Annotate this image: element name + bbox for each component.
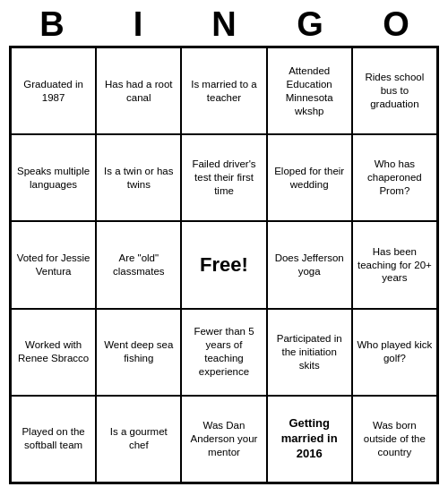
bingo-cell-8: Eloped for their wedding: [267, 134, 352, 221]
bingo-cell-12: Free!: [181, 221, 266, 308]
bingo-cell-22: Was Dan Anderson your mentor: [181, 396, 266, 483]
bingo-cell-19: Who played kick golf?: [352, 309, 437, 396]
bingo-cell-23: Getting married in 2016: [267, 396, 352, 483]
bingo-cell-10: Voted for Jessie Ventura: [11, 221, 96, 308]
bingo-cell-13: Does Jefferson yoga: [267, 221, 352, 308]
letter-i: I: [116, 5, 159, 44]
bingo-cell-5: Speaks multiple languages: [11, 134, 96, 221]
bingo-cell-21: Is a gourmet chef: [96, 396, 181, 483]
bingo-cell-11: Are "old" classmates: [96, 221, 181, 308]
bingo-title: B I N G O: [9, 0, 439, 46]
bingo-cell-7: Failed driver's test their first time: [181, 134, 266, 221]
bingo-cell-24: Was born outside of the country: [352, 396, 437, 483]
bingo-cell-9: Who has chaperoned Prom?: [352, 134, 437, 221]
bingo-cell-1: Has had a root canal: [96, 47, 181, 134]
bingo-cell-0: Graduated in 1987: [11, 47, 96, 134]
bingo-cell-14: Has been teaching for 20+ years: [352, 221, 437, 308]
bingo-cell-6: Is a twin or has twins: [96, 134, 181, 221]
bingo-cell-16: Went deep sea fishing: [96, 309, 181, 396]
letter-o: O: [375, 5, 418, 44]
bingo-cell-4: Rides school bus to graduation: [352, 47, 437, 134]
letter-n: N: [202, 5, 246, 44]
bingo-cell-3: Attended Education Minnesota wkshp: [267, 47, 352, 134]
bingo-cell-17: Fewer than 5 years of teaching experienc…: [181, 309, 266, 396]
bingo-cell-18: Participated in the initiation skits: [267, 309, 352, 396]
letter-g: G: [289, 5, 332, 44]
bingo-cell-20: Played on the softball team: [11, 396, 96, 483]
bingo-cell-2: Is married to a teacher: [181, 47, 266, 134]
bingo-grid: Graduated in 1987Has had a root canalIs …: [9, 46, 439, 484]
bingo-cell-15: Worked with Renee Sbracco: [11, 309, 96, 396]
letter-b: B: [30, 5, 73, 44]
